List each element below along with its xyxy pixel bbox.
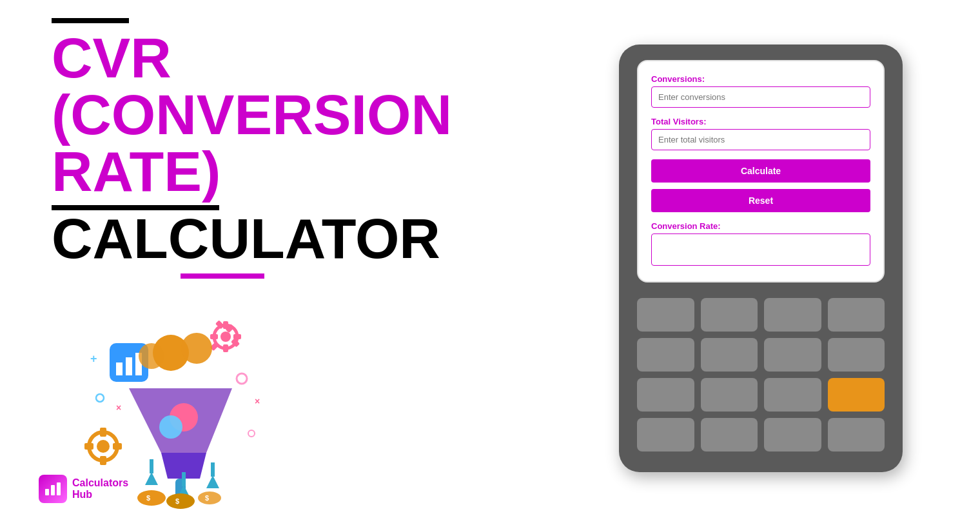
svg-text:×: ×	[116, 402, 121, 413]
svg-text:$: $	[175, 497, 179, 505]
svg-rect-46	[57, 482, 61, 495]
logo-area: Calculators Hub	[39, 475, 128, 503]
title-purple-line2: RATE)	[52, 143, 503, 200]
key-btn-7[interactable]	[764, 338, 821, 372]
svg-marker-26	[145, 472, 158, 485]
svg-point-39	[96, 394, 104, 402]
calculator-screen: Conversions: Total Visitors: Calculate R…	[637, 60, 885, 283]
svg-rect-18	[126, 357, 132, 375]
svg-rect-14	[113, 443, 122, 450]
svg-point-34	[166, 493, 195, 509]
svg-text:$: $	[146, 494, 150, 502]
key-btn-4[interactable]	[828, 298, 885, 332]
key-btn-1[interactable]	[637, 298, 694, 332]
svg-text:$: $	[205, 494, 209, 502]
keypad	[637, 298, 885, 452]
logo-text: Calculators Hub	[72, 477, 128, 500]
svg-point-32	[137, 490, 166, 506]
svg-marker-30	[206, 475, 219, 488]
key-btn-orange[interactable]	[828, 378, 885, 412]
key-btn-15[interactable]	[828, 418, 885, 452]
svg-point-21	[181, 333, 212, 364]
key-btn-9[interactable]	[637, 378, 694, 412]
svg-point-36	[198, 491, 221, 504]
svg-point-11	[97, 440, 110, 453]
svg-rect-27	[150, 459, 153, 473]
svg-point-38	[237, 373, 247, 384]
svg-rect-44	[45, 489, 49, 495]
title-black-line: CALCULATOR	[52, 210, 503, 267]
key-btn-12[interactable]	[637, 418, 694, 452]
key-btn-8[interactable]	[828, 338, 885, 372]
key-btn-6[interactable]	[701, 338, 758, 372]
conversions-label: Conversions:	[651, 74, 870, 84]
title-underline-purple	[181, 273, 264, 279]
title-area: CVR (CONVERSION RATE) CALCULATOR	[52, 30, 503, 279]
svg-rect-29	[182, 472, 186, 486]
reset-button[interactable]: Reset	[651, 189, 870, 212]
svg-point-40	[248, 430, 255, 437]
svg-text:×: ×	[255, 396, 260, 406]
logo-text-top: Calculators	[72, 477, 128, 489]
title-purple-line1: CVR (CONVERSION	[52, 30, 503, 143]
result-label: Conversion Rate:	[651, 221, 870, 231]
svg-rect-12	[100, 428, 106, 437]
visitors-label: Total Visitors:	[651, 117, 870, 126]
key-btn-13[interactable]	[701, 418, 758, 452]
top-decorative-bar	[52, 18, 129, 23]
calculator-body: Conversions: Total Visitors: Calculate R…	[619, 45, 903, 472]
svg-rect-17	[116, 362, 122, 375]
key-btn-11[interactable]	[764, 378, 821, 412]
conversions-input[interactable]	[651, 86, 870, 108]
svg-point-22	[139, 343, 164, 369]
right-section: Conversions: Total Visitors: Calculate R…	[593, 45, 928, 472]
logo-text-bottom: Hub	[72, 489, 128, 501]
svg-rect-31	[211, 462, 215, 477]
key-btn-2[interactable]	[701, 298, 758, 332]
svg-rect-4	[233, 334, 241, 339]
svg-text:+: +	[90, 352, 97, 365]
visitors-input[interactable]	[651, 129, 870, 150]
calculate-button[interactable]: Calculate	[651, 159, 870, 183]
logo-svg	[44, 480, 62, 498]
key-btn-14[interactable]	[764, 418, 821, 452]
key-btn-3[interactable]	[764, 298, 821, 332]
svg-rect-5	[210, 334, 218, 339]
result-box	[651, 233, 870, 266]
svg-point-25	[159, 415, 182, 439]
logo-icon	[39, 475, 67, 503]
left-section: CVR (CONVERSION RATE) CALCULATOR	[52, 5, 503, 511]
key-btn-5[interactable]	[637, 338, 694, 372]
svg-rect-15	[84, 443, 93, 450]
svg-rect-3	[223, 344, 228, 352]
key-btn-10[interactable]	[701, 378, 758, 412]
svg-rect-13	[100, 456, 106, 465]
svg-point-1	[220, 332, 231, 342]
svg-rect-45	[51, 485, 55, 495]
